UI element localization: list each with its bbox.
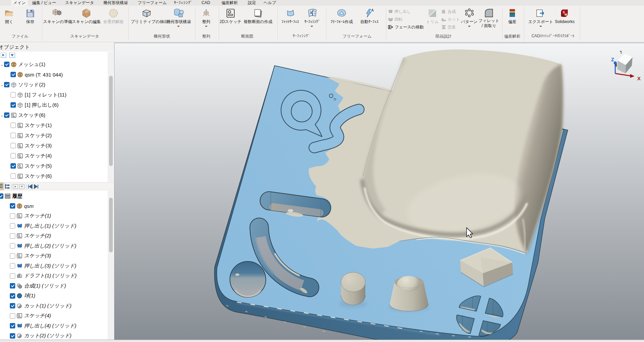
svg-text:A: A <box>371 8 374 12</box>
svg-text:W: W <box>564 13 567 16</box>
svg-text:X: X <box>637 76 641 81</box>
svg-text:Z: Z <box>611 57 614 62</box>
